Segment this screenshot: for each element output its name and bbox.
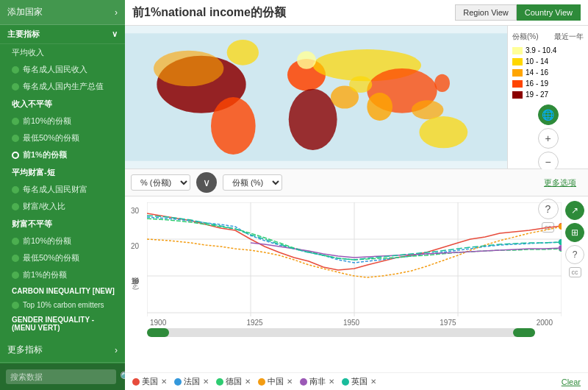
legend-dot-france (174, 378, 182, 386)
main-indicators-label: 主要指标 (7, 29, 40, 40)
svg-point-13 (349, 76, 372, 93)
search-icon[interactable]: 🔍 (120, 371, 125, 383)
add-country-button[interactable]: 添加国家 › (0, 0, 125, 25)
chart-help-button[interactable]: ? (565, 245, 584, 264)
menu-carbon-emitters[interactable]: Top 10% carbon emitters (0, 298, 125, 312)
map-legend-panel: 份额(%) 最近一年 3.9 - 10.4 10 - 14 14 - 16 16… (507, 26, 588, 169)
legend-year-label: 最近一年 (554, 32, 584, 42)
remove-china-button[interactable]: ✕ (287, 377, 293, 386)
scrollbar-thumb-left[interactable] (147, 328, 169, 337)
menu-national-income[interactable]: 每名成人国民收入 (0, 61, 125, 78)
page-title: 前1%national income的份额 (132, 5, 286, 21)
legend-header: 份额(%) 最近一年 (512, 32, 584, 42)
chart-share-button[interactable]: ↗ (565, 201, 584, 220)
svg-point-30 (559, 239, 562, 245)
legend-color-4 (512, 80, 523, 88)
dot-wealth-bottom50 (12, 255, 19, 262)
clear-all-button[interactable]: Clear (562, 377, 581, 386)
x-label-2000: 2000 (537, 319, 553, 327)
map-container[interactable] (125, 26, 507, 169)
menu-wealth-income[interactable]: 财富/收入比 (0, 198, 125, 215)
region-view-button[interactable]: Region View (455, 4, 517, 21)
legend-uk: 英国 ✕ (342, 376, 376, 387)
world-map (125, 26, 507, 169)
menu-gdp[interactable]: 每名成人国内生产总值 (0, 78, 125, 95)
remove-usa-button[interactable]: ✕ (161, 377, 167, 386)
legend-item-3: 14 - 16 (512, 68, 584, 77)
remove-southafrica-button[interactable]: ✕ (329, 377, 334, 386)
y-mid-label: 20 (131, 242, 139, 250)
chart-table-button[interactable]: ⊞ (565, 223, 584, 242)
legend-item-2: 10 - 14 (512, 57, 584, 65)
main-indicators-toggle[interactable]: 主要指标 ∨ (0, 25, 125, 44)
legend-color-5 (512, 91, 523, 99)
scrollbar-thumb-right[interactable] (513, 328, 535, 337)
svg-point-10 (419, 116, 467, 148)
dot-top10 (12, 118, 19, 125)
sidebar: 添加国家 › 主要指标 ∨ 平均收入 每名成人国民收入 每名成人国内生产总值 收… (0, 0, 125, 390)
more-indicators-chevron: › (115, 345, 118, 355)
more-indicators-button[interactable]: 更多指标 › (0, 338, 125, 363)
remove-uk-button[interactable]: ✕ (370, 377, 376, 386)
x-label-1950: 1950 (343, 319, 359, 327)
menu-top10[interactable]: 前10%的份额 (0, 113, 125, 130)
legend-dot-usa (132, 378, 140, 386)
menu-wealth-top1[interactable]: 前1%的份额 (0, 266, 125, 283)
y-axis-dropdown[interactable]: 份额 (%) (223, 174, 282, 191)
dot-wealth-top1 (12, 272, 19, 279)
legend-share-label: 份额(%) (512, 32, 539, 42)
more-options-link[interactable]: 更多选项 (544, 177, 576, 188)
dot-wealth-income (12, 203, 19, 210)
globe-button[interactable]: 🌐 (538, 104, 559, 125)
chart-legend: 美国 ✕ 法国 ✕ 德国 ✕ 中国 ✕ 南非 ✕ 英国 ✕ Clear (125, 372, 588, 390)
carbon-header: CARBON INEQUALITY [NEW] (0, 283, 125, 298)
legend-item-1: 3.9 - 10.4 (512, 46, 584, 54)
svg-point-14 (154, 51, 223, 87)
dot-wealth-top10 (12, 238, 19, 245)
legend-china: 中国 ✕ (258, 376, 293, 387)
search-input[interactable] (6, 369, 116, 384)
chart-right-controls: ↗ ⊞ ? cc (562, 196, 588, 372)
add-country-label: 添加国家 (7, 6, 43, 18)
income-inequality-header: 收入不平等 (0, 95, 125, 113)
chart-scrollbar[interactable] (147, 328, 535, 337)
expand-chart-button[interactable]: ∨ (196, 172, 217, 193)
x-label-1900: 1900 (150, 319, 166, 327)
menu-bottom50[interactable]: 最低50%的份额 (0, 130, 125, 146)
line-chart (147, 202, 562, 316)
svg-point-2 (227, 40, 259, 65)
menu-wealth-top10[interactable]: 前10%的份额 (0, 233, 125, 249)
legend-range-1: 3.9 - 10.4 (526, 46, 556, 54)
legend-label-france: 法国 (184, 376, 200, 387)
remove-france-button[interactable]: ✕ (203, 377, 209, 386)
svg-point-8 (367, 93, 392, 121)
view-toggle: Region View Country View (455, 4, 581, 21)
map-section: 份额(%) 最近一年 3.9 - 10.4 10 - 14 14 - 16 16… (125, 26, 588, 169)
zoom-in-button[interactable]: + (538, 128, 559, 149)
wealth-inequality-header: 财富不平等 (0, 215, 125, 233)
legend-label-usa: 美国 (142, 376, 158, 387)
main-indicators-chevron: ∨ (112, 29, 118, 39)
dot-top1 (12, 152, 19, 159)
menu-national-wealth[interactable]: 每名成人国民财富 (0, 181, 125, 198)
y-max-label: 30 (131, 207, 139, 215)
legend-southafrica: 南非 ✕ (300, 376, 334, 387)
x-axis-labels: 1900 1925 1950 1975 2000 (147, 319, 556, 327)
country-view-button[interactable]: Country View (517, 4, 581, 21)
x-label-1925: 1925 (246, 319, 262, 327)
x-label-1975: 1975 (440, 319, 456, 327)
legend-range-5: 19 - 27 (526, 91, 548, 99)
legend-usa: 美国 ✕ (132, 376, 167, 387)
dot-gdp (12, 83, 19, 91)
svg-point-15 (297, 52, 316, 69)
menu-top1[interactable]: 前1%的份额 (0, 146, 125, 163)
x-axis-dropdown[interactable]: % (份额) (131, 174, 190, 191)
menu-wealth-bottom50[interactable]: 最低50%的份额 (0, 249, 125, 266)
main-content: 前1%national income的份额 Region View Countr… (125, 0, 588, 390)
legend-range-2: 10 - 14 (526, 57, 548, 65)
svg-point-5 (289, 89, 337, 150)
legend-color-1 (512, 47, 523, 54)
legend-dot-germany (216, 378, 223, 386)
remove-germany-button[interactable]: ✕ (245, 377, 251, 386)
legend-color-3 (512, 69, 523, 77)
